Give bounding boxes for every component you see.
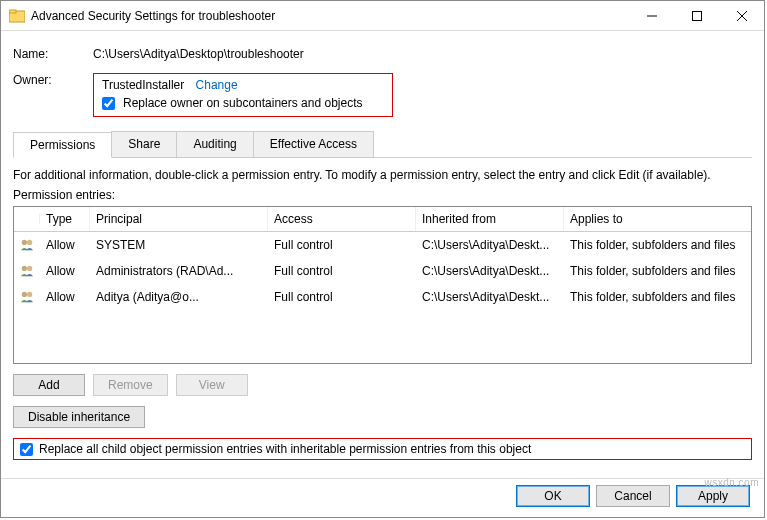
cell-applies: This folder, subfolders and files: [564, 235, 751, 255]
replace-child-highlight-box[interactable]: Replace all child object permission entr…: [13, 438, 752, 460]
cell-principal: Aditya (Aditya@o...: [90, 287, 268, 307]
cell-access: Full control: [268, 287, 416, 307]
svg-rect-3: [692, 11, 701, 20]
cell-applies: This folder, subfolders and files: [564, 287, 751, 307]
name-label: Name:: [13, 47, 93, 61]
user-icon: [14, 260, 40, 282]
replace-owner-checkbox-wrap[interactable]: Replace owner on subcontainers and objec…: [102, 96, 384, 110]
replace-owner-label: Replace owner on subcontainers and objec…: [123, 96, 362, 110]
tab-permissions[interactable]: Permissions: [13, 132, 112, 158]
window-title: Advanced Security Settings for troublesh…: [31, 9, 629, 23]
cell-type: Allow: [40, 287, 90, 307]
titlebar: Advanced Security Settings for troublesh…: [1, 1, 764, 31]
ok-button[interactable]: OK: [516, 485, 590, 507]
svg-point-7: [27, 240, 32, 245]
table-row[interactable]: AllowAdministrators (RAD\Ad...Full contr…: [14, 258, 751, 284]
tab-effective-access[interactable]: Effective Access: [253, 131, 374, 157]
cell-applies: This folder, subfolders and files: [564, 261, 751, 281]
replace-child-label: Replace all child object permission entr…: [39, 442, 531, 456]
svg-point-9: [27, 266, 32, 271]
svg-rect-1: [9, 10, 16, 13]
change-owner-link[interactable]: Change: [196, 78, 238, 92]
tab-share[interactable]: Share: [111, 131, 177, 157]
cell-inherited: C:\Users\Aditya\Deskt...: [416, 235, 564, 255]
cell-access: Full control: [268, 261, 416, 281]
minimize-button[interactable]: [629, 1, 674, 30]
cell-type: Allow: [40, 235, 90, 255]
cell-principal: SYSTEM: [90, 235, 268, 255]
info-text: For additional information, double-click…: [13, 168, 752, 182]
col-access[interactable]: Access: [268, 207, 416, 231]
table-header: Type Principal Access Inherited from App…: [14, 207, 751, 232]
watermark: wsxdn.com: [704, 477, 759, 488]
col-inherited[interactable]: Inherited from: [416, 207, 564, 231]
svg-point-8: [22, 266, 27, 271]
cell-type: Allow: [40, 261, 90, 281]
col-type[interactable]: Type: [40, 207, 90, 231]
cell-principal: Administrators (RAD\Ad...: [90, 261, 268, 281]
replace-owner-checkbox[interactable]: [102, 97, 115, 110]
owner-highlight-box: TrustedInstaller Change Replace owner on…: [93, 73, 393, 117]
owner-label: Owner:: [13, 73, 93, 87]
svg-point-11: [27, 292, 32, 297]
svg-point-10: [22, 292, 27, 297]
entries-label: Permission entries:: [13, 188, 752, 202]
col-principal[interactable]: Principal: [90, 207, 268, 231]
table-row[interactable]: AllowAditya (Aditya@o...Full controlC:\U…: [14, 284, 751, 310]
apply-button[interactable]: Apply: [676, 485, 750, 507]
disable-inheritance-button[interactable]: Disable inheritance: [13, 406, 145, 428]
maximize-button[interactable]: [674, 1, 719, 30]
remove-button: Remove: [93, 374, 168, 396]
cell-inherited: C:\Users\Aditya\Deskt...: [416, 261, 564, 281]
name-value: C:\Users\Aditya\Desktop\troubleshooter: [93, 47, 304, 61]
cell-inherited: C:\Users\Aditya\Deskt...: [416, 287, 564, 307]
replace-child-checkbox[interactable]: [20, 443, 33, 456]
owner-value: TrustedInstaller: [102, 78, 184, 92]
user-icon: [14, 234, 40, 256]
cell-access: Full control: [268, 235, 416, 255]
view-button: View: [176, 374, 248, 396]
svg-point-6: [22, 240, 27, 245]
add-button[interactable]: Add: [13, 374, 85, 396]
tab-strip: Permissions Share Auditing Effective Acc…: [13, 131, 752, 158]
cancel-button[interactable]: Cancel: [596, 485, 670, 507]
col-applies[interactable]: Applies to: [564, 207, 751, 231]
close-button[interactable]: [719, 1, 764, 30]
folder-security-icon: [9, 8, 25, 24]
table-row[interactable]: AllowSYSTEMFull controlC:\Users\Aditya\D…: [14, 232, 751, 258]
dialog-footer: OK Cancel Apply: [1, 478, 764, 517]
permission-table[interactable]: Type Principal Access Inherited from App…: [13, 206, 752, 364]
tab-auditing[interactable]: Auditing: [176, 131, 253, 157]
user-icon: [14, 286, 40, 308]
